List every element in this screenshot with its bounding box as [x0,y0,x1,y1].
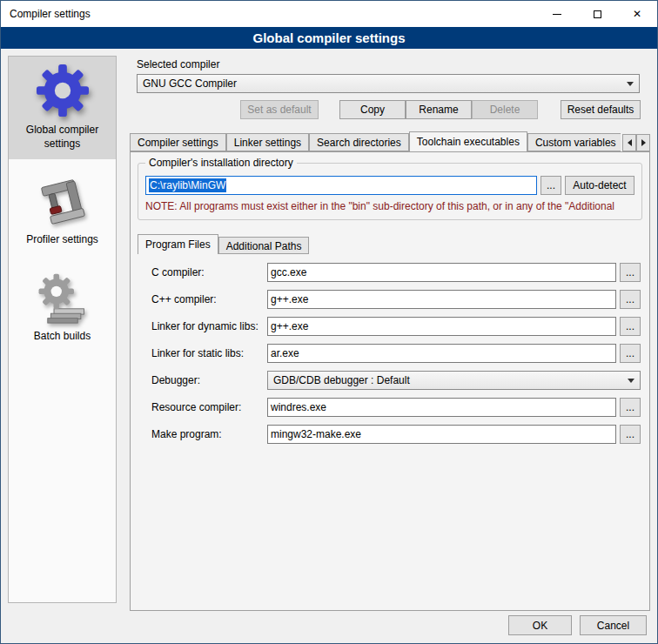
cancel-button[interactable]: Cancel [580,615,647,635]
make-program-input[interactable]: mingw32-make.exe [267,425,616,444]
c-compiler-input[interactable]: gcc.exe [267,263,616,282]
debugger-dropdown[interactable]: GDB/CDB debugger : Default [267,371,641,390]
close-button[interactable]: ✕ [617,1,657,27]
resource-compiler-input[interactable]: windres.exe [267,398,616,417]
gear-icon [36,64,90,117]
browse-dynamic-linker-button[interactable]: ... [620,317,641,336]
tab-custom-variables[interactable]: Custom variables [527,133,621,151]
selected-compiler-dropdown[interactable]: GNU GCC Compiler [137,74,640,93]
installation-directory-group-title: Compiler's installation directory [145,157,297,169]
sidebar-item-profiler-settings[interactable]: Profiler settings [9,170,116,256]
sidebar-item-global-compiler-settings[interactable]: Global compiler settings [9,57,116,159]
sidebar-item-label: Batch builds [34,330,91,344]
program-files-tab-strip: Program Files Additional Paths [138,234,642,254]
toolchain-executables-page: Compiler's installation directory C:\ray… [130,151,650,611]
tab-scroll-right-button[interactable] [636,134,650,151]
tab-search-directories[interactable]: Search directories [309,133,409,151]
installation-directory-row: C:\raylib\MinGW ... Auto-detect [145,176,634,195]
copy-button[interactable]: Copy [339,100,406,119]
dropdown-button[interactable] [623,372,639,388]
selected-compiler-value: GNU GCC Compiler [143,77,237,90]
sidebar-item-batch-builds[interactable]: Batch builds [9,266,116,352]
maximize-button[interactable] [577,1,617,27]
static-linker-label: Linker for static libs: [151,347,267,359]
dynamic-linker-value: g++.exe [271,320,308,332]
static-linker-input[interactable]: ar.exe [267,344,616,363]
resource-compiler-label: Resource compiler: [151,401,267,413]
browse-c-compiler-button[interactable]: ... [620,263,641,282]
window-controls: ✕ [537,1,657,27]
field-row: Linker for dynamic libs: g++.exe ... [151,317,641,336]
tab-scroll-left-button[interactable] [622,134,636,151]
cpp-compiler-label: C++ compiler: [151,293,267,305]
field-row: Make program: mingw32-make.exe ... [151,425,641,444]
tab-scroll-buttons [622,134,650,151]
auto-detect-button[interactable]: Auto-detect [565,176,634,195]
installation-directory-group: Compiler's installation directory C:\ray… [138,163,642,220]
c-compiler-label: C compiler: [151,266,267,278]
cpp-compiler-value: g++.exe [271,293,308,305]
main-panel: Selected compiler GNU GCC Compiler Set a… [130,56,650,611]
field-row: C++ compiler: g++.exe ... [151,290,641,309]
profiler-tool-icon [37,177,88,227]
selected-text: C:\raylib\MinGW [149,178,226,192]
debugger-value: GDB/CDB debugger : Default [273,374,410,386]
window-title: Compiler settings [10,8,91,20]
browse-directory-button[interactable]: ... [540,176,561,195]
browse-make-program-button[interactable]: ... [620,425,641,444]
set-as-default-button: Set as default [240,100,319,119]
chevron-left-icon [628,139,632,146]
compiler-toolbar: Set as default Copy Rename Delete Reset … [130,100,650,119]
dialog-footer: OK Cancel [508,615,647,635]
toolchain-fields: C compiler: gcc.exe ... C++ compiler: g+… [151,263,641,444]
batch-gears-icon [37,273,88,324]
delete-button: Delete [472,100,538,119]
titlebar[interactable]: Compiler settings ✕ [1,1,657,27]
selected-compiler-label: Selected compiler [137,58,650,70]
tab-toolchain-executables[interactable]: Toolchain executables [409,131,527,151]
ok-button[interactable]: OK [508,615,572,635]
dynamic-linker-label: Linker for dynamic libs: [151,320,267,332]
resource-compiler-value: windres.exe [271,401,326,413]
maximize-icon [594,10,601,18]
field-row: C compiler: gcc.exe ... [151,263,641,282]
field-row: Debugger: GDB/CDB debugger : Default [151,371,641,390]
minimize-icon [553,14,561,15]
browse-cpp-compiler-button[interactable]: ... [620,290,641,309]
reset-defaults-button[interactable]: Reset defaults [561,100,641,119]
chevron-down-icon [628,379,634,383]
tab-linker-settings[interactable]: Linker settings [226,133,309,151]
static-linker-value: ar.exe [271,347,299,359]
dialog-header: Global compiler settings [1,27,657,49]
installation-note: NOTE: All programs must exist either in … [145,200,634,212]
chevron-right-icon [641,139,646,146]
minimize-button[interactable] [537,1,577,27]
make-program-value: mingw32-make.exe [271,428,361,440]
tabs: Compiler settings Linker settings Search… [130,131,621,151]
sidebar-item-label: Global compiler settings [12,124,112,151]
dynamic-linker-input[interactable]: g++.exe [267,317,616,336]
debugger-label: Debugger: [151,374,267,386]
tab-additional-paths[interactable]: Additional Paths [218,237,310,254]
browse-resource-compiler-button[interactable]: ... [620,398,641,417]
sidebar-item-label: Profiler settings [26,233,98,247]
dropdown-button[interactable] [622,76,638,91]
chevron-down-icon [627,82,634,86]
settings-sidebar: Global compiler settings Profiler settin… [8,56,117,603]
compiler-settings-window: Compiler settings ✕ Global compiler sett… [0,0,658,644]
rename-button[interactable]: Rename [406,100,472,119]
cpp-compiler-input[interactable]: g++.exe [267,290,616,309]
c-compiler-value: gcc.exe [271,266,306,278]
installation-directory-input[interactable]: C:\raylib\MinGW [145,176,537,195]
field-row: Resource compiler: windres.exe ... [151,398,641,417]
tab-program-files[interactable]: Program Files [138,234,218,254]
field-row: Linker for static libs: ar.exe ... [151,344,641,363]
tab-compiler-settings[interactable]: Compiler settings [130,133,226,151]
make-program-label: Make program: [151,428,267,440]
settings-tab-strip: Compiler settings Linker settings Search… [130,131,650,151]
close-icon: ✕ [633,9,641,19]
browse-static-linker-button[interactable]: ... [620,344,641,363]
